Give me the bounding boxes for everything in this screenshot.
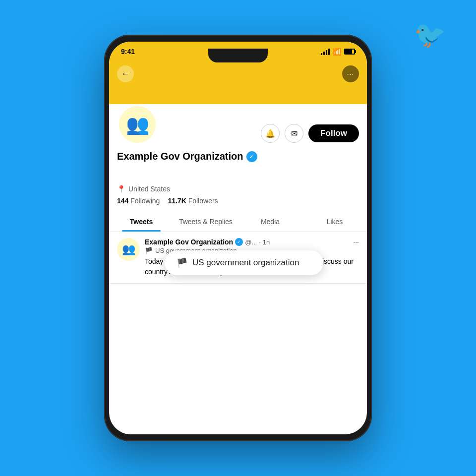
- status-icons: 📶: [321, 48, 355, 56]
- tweet-avatar: 👥: [117, 238, 140, 261]
- tweet-author-icon: 👥: [122, 243, 135, 256]
- tab-tweets-label: Tweets: [130, 218, 153, 226]
- phone-notch: [208, 49, 268, 62]
- message-button[interactable]: ✉: [285, 124, 303, 143]
- tab-media-label: Media: [261, 218, 280, 226]
- bell-icon: 🔔: [265, 129, 275, 138]
- profile-stats: 144 Following 11.7K Followers: [117, 197, 359, 205]
- followers-label: Followers: [188, 197, 218, 205]
- profile-name-row: Example Gov Organization ✓: [117, 151, 359, 162]
- tweet-author-name: Example Gov Organization: [145, 238, 233, 246]
- status-time: 9:41: [121, 48, 135, 56]
- follow-button[interactable]: Follow: [308, 124, 359, 142]
- tweet-more-button[interactable]: ···: [353, 238, 359, 246]
- tab-tweets-replies[interactable]: Tweets & Replies: [174, 211, 238, 232]
- tab-tweets[interactable]: Tweets: [109, 211, 174, 232]
- tab-likes[interactable]: Likes: [302, 211, 367, 232]
- more-dots-icon: ···: [347, 70, 355, 78]
- tweet-verified-badge: ✓: [235, 238, 243, 246]
- followers-stat[interactable]: 11.7K Followers: [168, 197, 218, 205]
- signal-icon: [321, 48, 330, 55]
- following-count: 144: [117, 197, 128, 205]
- wifi-icon: 📶: [333, 48, 341, 56]
- verified-badge: ✓: [246, 151, 257, 162]
- location-text: United States: [128, 185, 170, 193]
- profile-location: 📍 United States: [117, 185, 359, 193]
- profile-section: 👥 🔔 ✉ Follow Example Gov Organization ✓: [109, 104, 367, 211]
- gov-label-tooltip: 🏴 US government organization: [165, 250, 323, 275]
- mail-icon: ✉: [291, 129, 298, 138]
- following-stat[interactable]: 144 Following: [117, 197, 160, 205]
- avatar-row: 👥 🔔 ✉ Follow: [117, 104, 359, 145]
- tweet-header: Example Gov Organization ✓ @... · 1h ···: [145, 238, 359, 246]
- tab-likes-label: Likes: [327, 218, 343, 226]
- phone-mockup: 9:41 📶 ← ···: [104, 35, 372, 441]
- location-icon: 📍: [117, 185, 125, 193]
- avatar: 👥: [117, 104, 158, 145]
- tweet-separator: ·: [259, 238, 261, 246]
- tab-tweets-replies-label: Tweets & Replies: [179, 218, 233, 226]
- notification-bell-button[interactable]: 🔔: [261, 124, 280, 143]
- back-arrow-icon: ←: [121, 69, 129, 78]
- twitter-logo-icon: 🐦: [414, 20, 446, 50]
- organization-icon: 👥: [126, 114, 149, 135]
- profile-name: Example Gov Organization: [117, 151, 243, 162]
- gov-label-text: US government organization: [192, 258, 299, 268]
- back-button[interactable]: ←: [117, 65, 134, 82]
- following-label: Following: [130, 197, 160, 205]
- tweet-flag-icon: 🏴: [145, 247, 153, 254]
- followers-count: 11.7K: [168, 197, 186, 205]
- tweet-handle: @...: [245, 238, 257, 246]
- flag-icon: 🏴: [177, 257, 187, 268]
- battery-icon: [344, 49, 355, 55]
- tweet-time: 1h: [263, 238, 270, 246]
- phone-screen: 9:41 📶 ← ···: [109, 42, 367, 434]
- more-button[interactable]: ···: [342, 65, 359, 82]
- tab-media[interactable]: Media: [238, 211, 302, 232]
- profile-actions: 🔔 ✉ Follow: [261, 124, 359, 143]
- profile-tabs: Tweets Tweets & Replies Media Likes: [109, 211, 367, 232]
